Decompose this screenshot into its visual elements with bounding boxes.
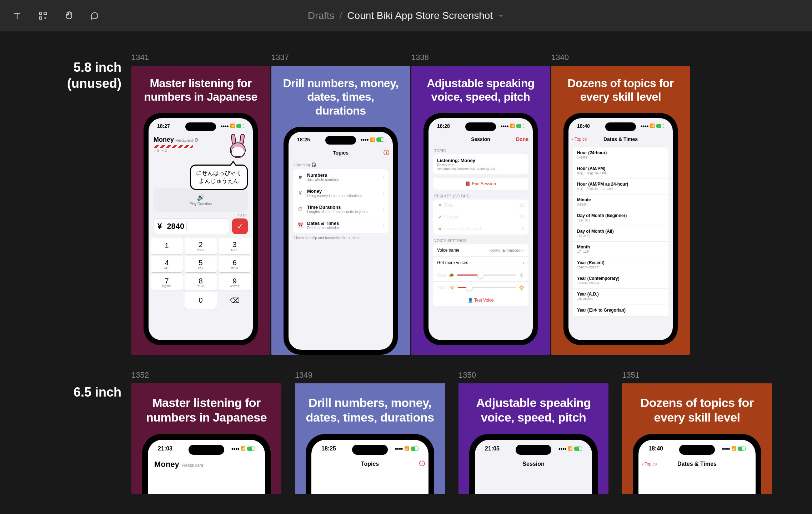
get-more-voices-row[interactable]: Get more voices›: [433, 257, 528, 269]
back-button[interactable]: ‹ Topics: [572, 137, 587, 142]
result-row: ✓Correct10: [433, 211, 528, 223]
key-0[interactable]: 0: [185, 292, 217, 309]
chevron-right-icon: ›: [382, 174, 384, 180]
frame-id: 1350: [458, 371, 476, 380]
nav-title: Topics: [361, 461, 379, 467]
chevron-right-icon: ›: [382, 190, 384, 196]
frame-1351[interactable]: 1351 Dozens of topics for every skill le…: [622, 371, 640, 383]
key-delete[interactable]: ⌫: [219, 292, 251, 309]
topics-list: # NumbersJust whole numbers › ¥ MoneyUsi…: [293, 169, 389, 233]
nav-title: Session: [471, 136, 490, 142]
key-3[interactable]: 3DEF: [219, 238, 251, 254]
nav-bar: Session: [475, 458, 592, 470]
frame-1341[interactable]: 1341 Master listening for numbers in Jap…: [131, 53, 270, 355]
gear-icon[interactable]: ⚙: [194, 137, 199, 143]
info-icon[interactable]: ⓘ: [384, 149, 389, 157]
breadcrumb-title[interactable]: Count Biki App Store Screenshot: [347, 10, 493, 21]
list-item[interactable]: ¥ MoneyUsing money in common situations …: [293, 185, 389, 201]
answer-input[interactable]: ¥ 2840: [154, 218, 229, 234]
list-item[interactable]: Month1月-12月: [573, 242, 668, 257]
list-item[interactable]: 📅 Dates & TimesDates on a calendar ›: [293, 217, 389, 233]
list-item[interactable]: # NumbersJust whole numbers ›: [293, 169, 389, 185]
key-5[interactable]: 5JKL: [185, 256, 217, 272]
comment-tool-icon[interactable]: [86, 7, 103, 24]
list-item[interactable]: ⏱ Time DurationsLengths of time from sec…: [293, 201, 389, 217]
speech-bubble: にせんはっぴゃくよんじゅうえん: [190, 165, 248, 190]
voice-name-row[interactable]: Voice nameKyoko (Enhanced) ›: [433, 244, 528, 257]
frame-1350[interactable]: 1350 Adjustable speaking voice, speed, p…: [458, 371, 476, 383]
list-item[interactable]: Year (日本 to Gregorian): [573, 304, 668, 317]
shot-title: Drill numbers, money, dates, times, dura…: [271, 66, 410, 127]
done-button[interactable]: Done: [516, 136, 528, 142]
dynamic-island: [516, 445, 551, 455]
nav-title: Session: [522, 461, 544, 467]
clock: 21:05: [485, 445, 500, 452]
key-4[interactable]: 4GHI: [151, 256, 183, 272]
yen-icon: ¥: [297, 190, 304, 196]
key-2[interactable]: 2ABC: [185, 238, 217, 254]
list-item[interactable]: Year (A.D.)1年-2500年: [573, 289, 668, 304]
svg-rect-2: [39, 17, 42, 19]
breadcrumb-parent[interactable]: Drafts: [308, 10, 335, 21]
pitch-slider[interactable]: Pitch 🔅 🔆: [433, 282, 528, 294]
frame-1352[interactable]: 1352 Master listening for numbers in Jap…: [131, 371, 149, 383]
clock: 18:27: [157, 123, 170, 129]
list-item[interactable]: Day of Month (Beginner)1日-10日: [573, 210, 668, 226]
clock: 18:40: [577, 123, 590, 129]
phone-mockup: 18:25 ●●●● 📶 Topics ⓘ: [306, 434, 434, 494]
section-header: TOPIC: [428, 145, 533, 154]
component-tool-icon[interactable]: [34, 7, 51, 24]
rate-slider[interactable]: Rate 🐢 🐇: [433, 269, 528, 282]
frame-1349[interactable]: 1349 Drill numbers, money, dates, times,…: [295, 371, 312, 383]
list-item[interactable]: Year (Recent)2010年–2025年: [573, 257, 668, 273]
chevron-right-icon: ›: [382, 222, 384, 228]
design-canvas[interactable]: 5.8 inch (unused) 1341 Master listening …: [0, 31, 812, 514]
phone-mockup: 21:03 ●●●● 📶 Money Restaurant: [142, 434, 271, 494]
voice-settings: Voice nameKyoko (Enhanced) › Get more vo…: [433, 244, 528, 306]
text-tool-icon[interactable]: [9, 7, 26, 24]
shot-title: Drill numbers, money, dates, times, dura…: [295, 383, 445, 434]
key-8[interactable]: 8TUV: [185, 274, 217, 291]
dynamic-island: [605, 122, 636, 131]
list-item[interactable]: Hour (AM/PM as 24-hour)午前・午後1時 → 1–23時: [573, 179, 668, 195]
nav-title: Topics: [333, 150, 349, 156]
clock: 18:25: [297, 137, 310, 142]
play-question-button[interactable]: 🔊 Play Question: [154, 188, 248, 212]
info-icon[interactable]: ⓘ: [419, 460, 425, 468]
results-list: ≡Total13 ✓Correct10 ✕Incorrect & skipped…: [433, 200, 528, 235]
chevron-down-icon[interactable]: [498, 12, 504, 19]
calendar-icon: 📅: [297, 222, 304, 228]
incorrect-count: ✕ 3: [161, 149, 167, 152]
back-button[interactable]: ‹ Topics: [642, 462, 657, 467]
list-item[interactable]: Minute0-59分: [573, 195, 668, 210]
frame-1338[interactable]: 1338 Adjustable speaking voice, speed, p…: [411, 53, 550, 355]
phone-mockup: 18:25 ●●●● 📶 Topics ⓘ Listening 🎧 # Numb…: [284, 127, 398, 355]
clock: 21:03: [158, 445, 172, 452]
nav-title: Dates & Times: [603, 136, 638, 142]
section-header: Listening 🎧: [289, 158, 393, 169]
result-row: ≡Total13: [433, 200, 528, 211]
section-header: VOICE SETTINGS: [428, 235, 533, 244]
submit-button[interactable]: ✓: [232, 218, 248, 234]
list-item[interactable]: Hour (AM/PM)午前・午後1時–11時: [573, 163, 668, 179]
phone-mockup: 18:28 ●●●● 📶 Session Done TOPIC Listenin…: [423, 113, 538, 345]
key-1[interactable]: 1: [151, 238, 183, 254]
key-6[interactable]: 6MNO: [219, 256, 251, 272]
frame-1337[interactable]: 1337 Drill numbers, money, dates, times,…: [271, 53, 410, 355]
frame-1340[interactable]: 1340 Dozens of topics for every skill le…: [551, 53, 690, 355]
speaker-icon: 🔊: [197, 193, 205, 201]
phone-mockup: 18:27 ●●●● 📶 MoneyRestaurant ⚙ ✓ 9 ✕ 3: [144, 113, 258, 345]
hand-tool-icon[interactable]: [60, 7, 77, 24]
list-item[interactable]: Hour (24-hour)1–24時: [573, 147, 668, 163]
key-9[interactable]: 9WXYZ: [219, 274, 251, 291]
shot-title: Dozens of topics for every skill level: [622, 383, 772, 434]
key-7[interactable]: 7PQRS: [151, 274, 183, 291]
test-voice-button[interactable]: 👤 Test Voice: [433, 294, 528, 306]
phone-mockup: 18:40 ●●●● 📶 ‹ Topics Dates & Times Hour…: [563, 113, 678, 345]
chevron-right-icon: ›: [382, 206, 384, 212]
list-item[interactable]: Year (Contemporary)1950年–2050年: [573, 273, 668, 289]
list-item[interactable]: Day of Month (All)1日-31日: [573, 226, 668, 242]
end-session-button[interactable]: 📕 End Session: [433, 178, 528, 190]
topic-card: Listening: Money Restaurant Yen amounts …: [433, 154, 528, 174]
breadcrumb[interactable]: Drafts / Count Biki App Store Screenshot: [308, 10, 504, 21]
